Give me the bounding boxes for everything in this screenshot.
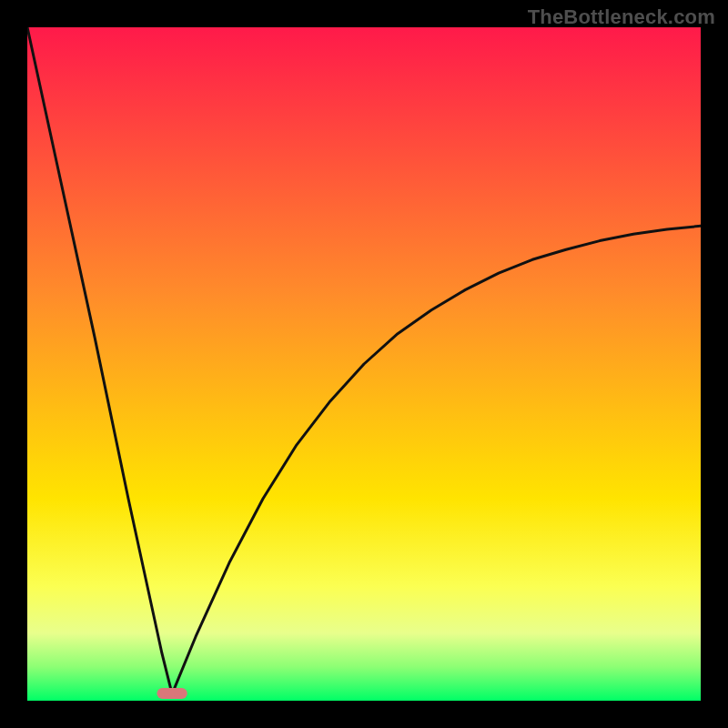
plot-area — [27, 27, 701, 701]
optimal-range-marker — [157, 688, 187, 699]
watermark-text: TheBottleneck.com — [528, 5, 715, 29]
chart-svg — [27, 27, 701, 701]
chart-frame: TheBottleneck.com — [0, 0, 728, 728]
